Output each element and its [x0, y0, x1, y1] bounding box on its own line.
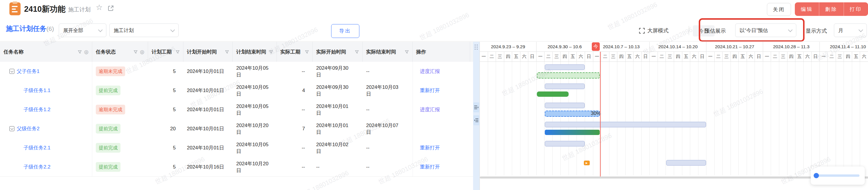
- gantt-grid-column: [626, 62, 634, 175]
- gantt-planned-bar[interactable]: [545, 64, 585, 70]
- fullscreen-mode-button[interactable]: 大屏模式: [639, 27, 669, 34]
- zoom-slider-card: [811, 166, 865, 185]
- cell-5: --: [277, 62, 313, 81]
- progress-report-link[interactable]: 进度汇报: [420, 106, 440, 113]
- status-badge: 提前完成: [96, 86, 121, 95]
- reopen-link[interactable]: 重新打开: [420, 144, 440, 151]
- cell-value: 2024年10月05日: [236, 103, 270, 116]
- gantt-planned-bar[interactable]: [545, 122, 706, 127]
- cell-4: 2024年10月05日: [233, 62, 277, 81]
- column-header-label: 任务状态: [96, 49, 116, 55]
- gantt-grid-column: [844, 62, 852, 175]
- gantt-marker-icon[interactable]: ▶: [584, 161, 590, 165]
- gantt-grid-column: [674, 62, 682, 175]
- column-visibility-icon[interactable]: ◎: [84, 49, 88, 55]
- gantt-day-label: 日: [642, 52, 650, 62]
- column-header-5: 计划结束时间: [233, 42, 277, 62]
- gantt-actual-bar[interactable]: [537, 72, 600, 79]
- collapse-expand-icon[interactable]: [9, 126, 14, 131]
- task-name-link[interactable]: 子级任务1.1: [24, 87, 51, 94]
- column-visibility-icon[interactable]: ◎: [140, 49, 144, 55]
- expand-right-icon[interactable]: [473, 115, 479, 125]
- progress-report-link[interactable]: 进度汇报: [420, 68, 440, 75]
- task-name-link[interactable]: 子级任务2.1: [24, 144, 51, 151]
- expand-all-dropdown[interactable]: 展开全部: [59, 24, 106, 37]
- cell-5: --: [277, 138, 313, 157]
- gantt-planned-bar[interactable]: [545, 141, 585, 146]
- reopen-link[interactable]: 重新打开: [420, 164, 440, 170]
- task-name-link[interactable]: 父级任务2: [17, 125, 39, 132]
- task-name-link[interactable]: 父子任务1: [17, 68, 39, 75]
- gantt-grid-column: [585, 62, 593, 175]
- gantt-day-label: 二: [715, 52, 723, 62]
- gantt-grid-column: [553, 62, 561, 175]
- export-button[interactable]: 导出: [331, 24, 360, 38]
- column-header-9: 操作: [412, 42, 470, 62]
- filter-funnel-icon[interactable]: [78, 50, 82, 54]
- print-button[interactable]: 打印: [844, 2, 868, 16]
- gantt-grid-column: [666, 62, 674, 175]
- cell-3: 2024年10月01日: [183, 100, 233, 119]
- filter-funnel-icon[interactable]: [134, 50, 137, 54]
- gantt-day-label: 日: [585, 52, 593, 62]
- drag-handle-icon[interactable]: [474, 44, 478, 50]
- gantt-day-label: 五: [682, 52, 690, 62]
- collapse-expand-icon[interactable]: [9, 69, 14, 74]
- zoom-slider-track[interactable]: [816, 174, 860, 177]
- cell-7: --: [363, 138, 412, 157]
- progress-percent-label: 30%: [591, 111, 601, 116]
- action-cell: 重新打开: [412, 138, 470, 157]
- display-mode-dropdown[interactable]: 月: [834, 24, 867, 37]
- filter-funnel-icon[interactable]: [355, 50, 359, 54]
- delete-button[interactable]: 删除: [819, 2, 843, 16]
- cell-value: 5: [173, 106, 176, 113]
- cell-value: 2024年09月30日: [316, 65, 350, 78]
- gantt-planned-bar[interactable]: [545, 84, 585, 89]
- cell-value: 2024年10月01日: [187, 106, 224, 113]
- plan-select-dropdown[interactable]: 施工计划: [109, 24, 179, 37]
- cell-value: 2024年10月03日: [366, 84, 400, 97]
- gantt-actual-bar[interactable]: [545, 130, 600, 135]
- gantt-chart: 2024.9.23 – 9.292024.9.30 – 10.62024.10.…: [479, 42, 868, 190]
- gantt-actual-bar[interactable]: [537, 91, 568, 97]
- column-header-6: 实际工期: [277, 42, 313, 62]
- cell-6: 2024年09月30日: [313, 81, 363, 100]
- filter-funnel-icon[interactable]: [225, 50, 229, 54]
- cell-value: 2024年10月05日: [236, 141, 270, 155]
- filter-funnel-icon[interactable]: [305, 50, 309, 54]
- gantt-planned-bar[interactable]: [666, 160, 706, 166]
- cell-value: 20: [170, 125, 176, 132]
- edit-button[interactable]: 编辑: [795, 2, 819, 16]
- gantt-actual-bar[interactable]: 30%: [545, 111, 600, 117]
- panel-splitter[interactable]: [473, 42, 479, 190]
- action-cell: [412, 119, 470, 138]
- gantt-grid-column: [690, 62, 699, 175]
- task-name-link[interactable]: 子级任务2.2: [24, 164, 51, 170]
- cell-value: --: [366, 106, 369, 113]
- column-header-label: 计划结束时间: [236, 49, 266, 55]
- gantt-grid-column: [722, 62, 731, 175]
- task-name-link[interactable]: 子级任务1.2: [24, 106, 51, 113]
- filter-funnel-icon[interactable]: [269, 50, 273, 54]
- filter-funnel-icon[interactable]: [176, 50, 180, 54]
- favorite-star-icon[interactable]: ☆: [96, 3, 102, 11]
- cell-2: 20: [148, 119, 183, 138]
- table-row: 子级任务1.2逾期未完成52024年10月01日2024年10月05日--202…: [0, 100, 473, 119]
- gantt-horizontal-scrollbar[interactable]: [480, 177, 868, 179]
- open-external-icon[interactable]: [107, 5, 114, 11]
- filter-funnel-icon[interactable]: [405, 50, 409, 54]
- cell-7: 2024年10月03日: [363, 81, 412, 100]
- gantt-grid-column: [852, 62, 860, 175]
- gantt-grid-column: [731, 62, 739, 175]
- reopen-link[interactable]: 重新打开: [420, 87, 440, 94]
- zoom-slider-thumb[interactable]: [814, 173, 819, 178]
- estimate-mode-dropdown[interactable]: 以“今日”预估: [735, 24, 796, 37]
- gantt-planned-bar[interactable]: [545, 103, 585, 108]
- cell-6: 2024年10月01日: [313, 100, 363, 119]
- collapse-left-icon[interactable]: [473, 102, 479, 112]
- close-button[interactable]: 关闭: [767, 3, 791, 16]
- gantt-day-label: 一: [536, 52, 545, 62]
- cell-value: 5: [173, 87, 176, 94]
- display-mode-label: 显示方式: [806, 27, 827, 34]
- gantt-grid-column: [739, 62, 747, 175]
